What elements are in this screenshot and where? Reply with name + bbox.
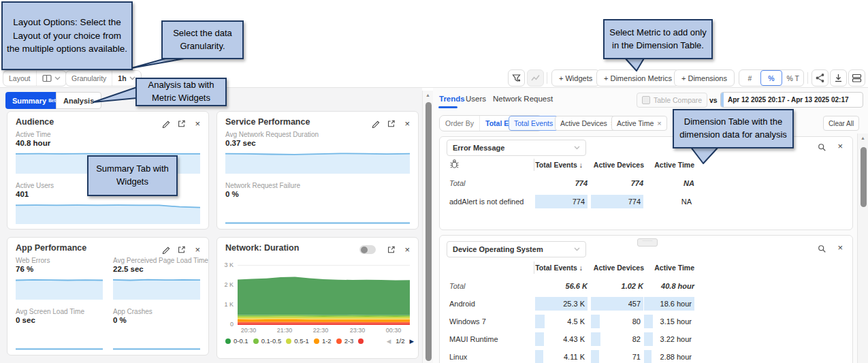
metric-value: 0 % — [113, 316, 127, 324]
close-icon[interactable]: × — [195, 244, 200, 255]
table-compare-toggle-disabled[interactable]: Table Compare — [637, 93, 707, 108]
web-errors-sparkline — [16, 277, 103, 300]
callout-layout-options: Layout Options: Select the Layout of you… — [1, 1, 133, 70]
open-in-new-icon[interactable] — [387, 244, 396, 257]
column-header-total-events[interactable]: Total Events ↓ — [515, 264, 583, 272]
dimension-select-value: Device Operating System — [453, 245, 543, 253]
data-cell: 71 — [591, 350, 643, 363]
metric-label: Network Request Failure — [225, 182, 300, 189]
metric-value: 22.5 sec — [113, 265, 144, 273]
unit-percent-button-selected[interactable]: % — [760, 70, 783, 86]
row-label: addAlert is not defined — [449, 194, 524, 209]
legend-prev-icon[interactable]: ◀ — [387, 338, 391, 345]
tab-users[interactable]: Users — [466, 95, 486, 103]
duration-toggle-off[interactable] — [359, 245, 376, 254]
legend-item[interactable]: 0-0.1 — [225, 337, 248, 345]
legend-item[interactable] — [358, 338, 366, 344]
filter-button[interactable] — [508, 69, 525, 86]
close-icon[interactable]: × — [404, 119, 410, 129]
app-performance-widget: App Performance × Web Errors 76 % Avg Pe… — [7, 237, 209, 356]
download-button[interactable] — [830, 69, 847, 86]
reports-button[interactable] — [848, 69, 865, 86]
x-axis-tick: 21:30 — [274, 327, 295, 334]
tab-analysis[interactable]: Analysis — [56, 92, 101, 109]
left-panel-scrollbar[interactable]: ▲ — [422, 91, 433, 363]
scroll-up-icon[interactable]: ▲ — [858, 136, 868, 140]
close-icon[interactable]: × — [837, 141, 843, 151]
search-icon[interactable] — [818, 142, 826, 155]
metric-label: Active Users — [16, 182, 54, 189]
callout-summary-tab: Summary Tab with Widgets — [87, 155, 178, 196]
remove-chip-icon[interactable]: × — [657, 119, 661, 127]
column-header-active-time[interactable]: Active Time — [637, 264, 694, 272]
granularity-control[interactable]: Granularity 1h — [65, 70, 142, 86]
add-dimension-metrics-button[interactable]: + Dimension Metrics — [596, 69, 679, 86]
legend-item[interactable]: 1-2 — [314, 337, 332, 345]
metric-label: Web Errors — [16, 257, 50, 264]
clear-all-button[interactable]: Clear All — [823, 116, 859, 131]
search-icon[interactable] — [818, 244, 826, 256]
open-in-new-icon[interactable] — [177, 119, 186, 131]
metric-chip-total-events[interactable]: Total Events — [509, 116, 558, 131]
dimension-select[interactable]: Device Operating System — [447, 241, 586, 257]
app-root: Layout Granularity 1h + Widgets + D — [0, 0, 868, 363]
scroll-up-icon[interactable]: ▲ — [423, 93, 433, 97]
legend-item[interactable]: 2-3 — [336, 337, 354, 345]
legend-item[interactable]: 0.5-1 — [286, 337, 309, 345]
open-in-new-icon[interactable] — [387, 119, 396, 131]
bug-icon[interactable] — [449, 159, 460, 172]
metric-value: 0.37 sec — [225, 139, 256, 147]
scrollbar-thumb[interactable] — [425, 102, 432, 361]
right-panel-scrollbar[interactable]: ▲ — [857, 133, 868, 363]
column-header-active-time[interactable]: Active Time — [637, 161, 694, 169]
edit-icon[interactable] — [371, 119, 380, 131]
legend-item[interactable]: 0.1-0.5 — [253, 337, 282, 345]
legend-dot — [314, 338, 319, 344]
scrollbar-thumb[interactable] — [861, 147, 867, 207]
data-cell: 80 — [591, 315, 643, 328]
tab-trends-active[interactable]: Trends — [439, 95, 465, 103]
x-axis-tick: 20:30 — [238, 327, 259, 334]
data-cell: 82 — [591, 332, 643, 346]
line-chart-icon — [530, 73, 541, 83]
metric-chip-active-devices[interactable]: Active Devices × — [555, 116, 620, 131]
drag-handle-icon[interactable]: ⋯⋯⋯ — [637, 238, 658, 247]
callout-granularity: Select the data Granularity. — [161, 20, 244, 59]
chart-view-button-disabled[interactable] — [527, 69, 544, 86]
tab-network-request[interactable]: Network Request — [493, 95, 553, 103]
edit-icon[interactable] — [161, 119, 170, 131]
order-by-label: Order By — [440, 116, 479, 131]
close-icon[interactable]: × — [404, 244, 410, 255]
total-value: NA — [626, 179, 694, 187]
add-widgets-button[interactable]: + Widgets — [551, 69, 600, 86]
error-message-dimension-card: Error Message × Total Events ↓ Active De… — [439, 136, 853, 230]
total-row-label: Total — [449, 176, 465, 191]
edit-icon[interactable] — [161, 244, 170, 257]
layout-control[interactable]: Layout — [3, 70, 67, 86]
chevron-down-icon — [129, 76, 135, 80]
callout-dimension-table: Dimension Table with the dimension data … — [673, 109, 794, 148]
unit-percent-t-button[interactable]: % T — [782, 74, 803, 82]
date-range-picker[interactable]: Apr 12 2025 20:17 - Apr 13 2025 02:17 — [720, 92, 863, 108]
metric-chip-active-time[interactable]: Active Time × — [611, 116, 667, 131]
dimension-select[interactable]: Error Message — [447, 140, 586, 156]
active-users-sparkline — [16, 202, 200, 224]
column-header-active-devices[interactable]: Active Devices — [586, 264, 644, 272]
close-icon[interactable]: × — [837, 242, 843, 253]
data-cell: 3.22 hour — [644, 332, 694, 346]
column-header-active-devices[interactable]: Active Devices — [586, 161, 644, 169]
metric-value: 401 — [16, 190, 29, 198]
column-header-total-events[interactable]: Total Events ↓ — [515, 161, 583, 169]
add-dimensions-button[interactable]: + Dimensions — [674, 69, 735, 86]
layout-selector[interactable] — [36, 71, 66, 86]
unit-number-button[interactable]: # — [739, 74, 760, 82]
checkbox-icon — [642, 96, 650, 104]
close-icon[interactable]: × — [195, 119, 200, 129]
granularity-value: 1h — [118, 74, 126, 82]
open-in-new-icon[interactable] — [177, 244, 186, 257]
row-label: Windows 7 — [449, 314, 486, 329]
legend-next-icon[interactable]: ▶ — [409, 338, 414, 345]
request-failure-sparkline — [225, 202, 410, 224]
data-cell: NA — [644, 195, 694, 208]
share-button[interactable] — [811, 69, 829, 86]
